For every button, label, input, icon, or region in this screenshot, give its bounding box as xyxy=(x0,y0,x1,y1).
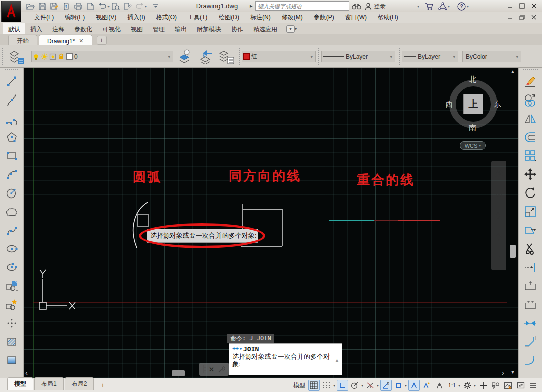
ribbon-display-toggle[interactable]: ▾ ▾ xyxy=(286,23,297,34)
ribbon-tab-annotate[interactable]: 注释 xyxy=(47,23,69,34)
object-snap-tracking-toggle[interactable] xyxy=(380,380,392,391)
menu-draw[interactable]: 绘图(D) xyxy=(215,12,242,23)
viewcube-north[interactable]: 北 xyxy=(469,75,476,84)
vscroll-up-arrow[interactable]: ▲ xyxy=(510,69,515,74)
object-snap-dropdown[interactable]: ▾ xyxy=(405,383,407,388)
ribbon-tab-visualize[interactable]: 可视化 xyxy=(97,23,126,34)
offset-button[interactable] xyxy=(520,128,540,146)
chamfer-button[interactable] xyxy=(520,332,540,351)
previous-layer-button[interactable] xyxy=(196,48,216,65)
command-window[interactable]: ++ ▾ JOIN 选择源对象或要一次合并的多个对 象: ▲ xyxy=(229,343,342,375)
polyline-button[interactable] xyxy=(2,109,22,128)
layer-properties-button[interactable] xyxy=(6,48,26,65)
orbit-button[interactable] xyxy=(494,233,503,242)
zoom-button[interactable] xyxy=(494,212,503,221)
ribbon-tab-home[interactable]: 默认 xyxy=(3,23,25,34)
extend-button[interactable] xyxy=(520,258,540,276)
save-to-mobile-button[interactable] xyxy=(60,1,72,12)
line-button[interactable] xyxy=(2,72,22,90)
drawing-review-button[interactable] xyxy=(110,1,122,12)
ribbon-tab-featured[interactable]: 精选应用 xyxy=(248,23,282,34)
layer-dropdown-chevron[interactable]: ▾ xyxy=(166,54,172,59)
redo-button[interactable] xyxy=(134,1,146,12)
maximize-button[interactable] xyxy=(516,1,528,11)
scale-button[interactable] xyxy=(520,202,540,221)
command-history-toggle[interactable]: ▲ xyxy=(335,358,339,363)
linetype-toolbar-grip[interactable] xyxy=(318,48,320,65)
doc-minimize-button[interactable] xyxy=(504,12,516,22)
search-box[interactable] xyxy=(255,1,349,11)
object-snap-toggle[interactable] xyxy=(393,380,404,391)
isodraft-toggle[interactable] xyxy=(365,380,376,391)
new-drawing-button[interactable] xyxy=(84,1,96,12)
workspace-dropdown[interactable]: ▾ xyxy=(474,383,476,388)
app-menu-button[interactable] xyxy=(1,1,21,22)
workspace-switching-button[interactable] xyxy=(462,380,473,391)
grid-toggle[interactable] xyxy=(308,380,320,391)
break-button[interactable] xyxy=(520,295,540,314)
menu-edit[interactable]: 编辑(E) xyxy=(62,12,88,23)
clean-screen-button[interactable] xyxy=(515,380,526,391)
new-layout-button[interactable]: + xyxy=(97,380,108,390)
lineweight-toolbar-grip[interactable] xyxy=(398,48,401,65)
menu-modify[interactable]: 修改(M) xyxy=(279,12,306,23)
polar-tracking-toggle[interactable] xyxy=(349,380,361,391)
menu-insert[interactable]: 插入(I) xyxy=(124,12,148,23)
app-store-button[interactable] xyxy=(425,1,434,12)
hatch-button[interactable] xyxy=(2,332,22,351)
search-input[interactable] xyxy=(258,2,347,10)
color-dropdown[interactable]: 红 ▾ xyxy=(242,51,316,62)
lineweight-dropdown[interactable]: ByLayer ▾ xyxy=(402,51,458,62)
search-button[interactable] xyxy=(352,1,361,12)
viewcube-east[interactable]: 东 xyxy=(494,100,501,109)
autoscale-toggle[interactable] xyxy=(421,380,432,391)
plot-style-dropdown-chevron[interactable]: ▾ xyxy=(514,54,520,59)
command-customize-wrench-icon[interactable] xyxy=(218,366,225,373)
annotation-scale-dropdown[interactable]: ▾ xyxy=(458,383,460,388)
arc-button[interactable] xyxy=(2,165,22,183)
command-options-chevron[interactable]: ▾ xyxy=(240,347,242,351)
annotation-scale-button[interactable]: 1:1 xyxy=(446,380,458,391)
gradient-button[interactable] xyxy=(2,351,22,369)
drawing-canvas[interactable]: 圆弧 同方向的线 重合的线 北 西 东 南 上 WCS ▾ 选择源对象或要一次合… xyxy=(24,68,518,378)
rectangle-button[interactable] xyxy=(2,146,22,165)
point-button[interactable] xyxy=(2,314,22,332)
recent-commands-icon[interactable]: ++ xyxy=(232,345,238,352)
ellipse-arc-button[interactable] xyxy=(2,258,22,276)
model-space-toggle[interactable]: 模型 xyxy=(293,381,305,390)
plot-style-dropdown[interactable]: ByColor ▾ xyxy=(462,51,521,62)
menu-file[interactable]: 文件(F) xyxy=(31,12,57,23)
command-grip[interactable] xyxy=(203,365,206,373)
ribbon-tab-parametric[interactable]: 参数化 xyxy=(69,23,97,34)
rotate-button[interactable] xyxy=(520,183,540,202)
color-toolbar-grip[interactable] xyxy=(238,48,241,65)
undo-button[interactable] xyxy=(96,1,109,12)
construction-line-button[interactable] xyxy=(2,90,22,109)
annotation-monitor-button[interactable] xyxy=(477,380,489,391)
layer-dropdown[interactable]: 0 ▾ xyxy=(31,51,173,62)
polar-dropdown[interactable]: ▾ xyxy=(361,383,363,388)
annotation-visibility-toggle[interactable] xyxy=(408,380,420,391)
ribbon-tab-insert[interactable]: 插入 xyxy=(25,23,47,34)
close-button[interactable] xyxy=(528,1,540,11)
create-block-button[interactable] xyxy=(2,295,22,314)
pan-button[interactable] xyxy=(494,190,503,200)
mirror-button[interactable] xyxy=(520,109,540,128)
trim-button[interactable] xyxy=(520,239,540,258)
ribbon-tab-view[interactable]: 视图 xyxy=(126,23,148,34)
new-drawing-tab-button[interactable]: + xyxy=(97,36,107,45)
polygon-button[interactable] xyxy=(2,128,22,146)
lineweight-dropdown-chevron[interactable]: ▾ xyxy=(451,54,457,59)
snap-toggle[interactable] xyxy=(321,380,333,391)
file-tab-start[interactable]: 开始 xyxy=(8,35,37,45)
viewcube-west[interactable]: 西 xyxy=(445,100,453,109)
hscroll-thumb[interactable] xyxy=(172,370,185,376)
layout-tab-layout1[interactable]: 布局1 xyxy=(34,377,64,390)
ortho-toggle[interactable] xyxy=(337,380,348,391)
viewcube-top-face[interactable]: 上 xyxy=(463,94,483,114)
chevron-right-icon[interactable]: ▸ xyxy=(250,3,253,9)
make-current-layer-button[interactable] xyxy=(176,48,196,65)
attach-button[interactable] xyxy=(122,1,134,12)
command-bar-handle[interactable]: ✕ xyxy=(199,363,229,376)
signin-dropdown[interactable]: ▾ xyxy=(417,4,419,9)
